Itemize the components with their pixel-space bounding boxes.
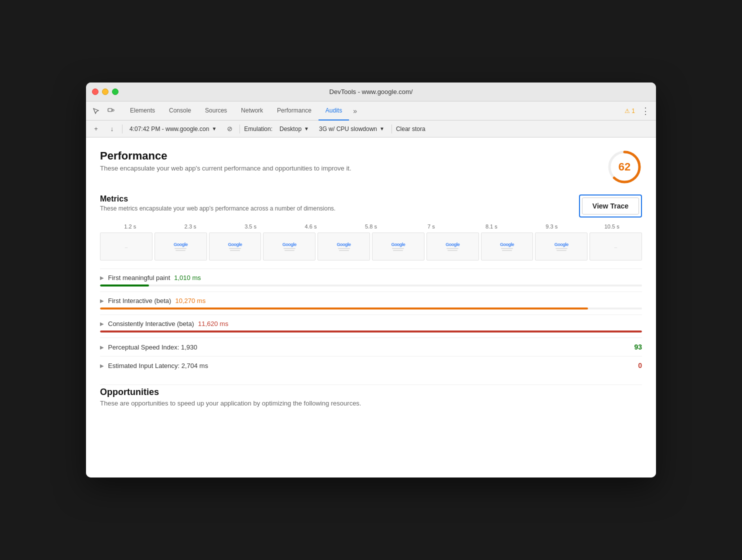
tab-right-controls: ⚠ 1 ⋮ — [624, 106, 652, 116]
metric-left-2: ▶ Consistently Interactive (beta) 11,620… — [100, 320, 228, 328]
view-trace-button[interactable]: View Trace — [582, 198, 639, 214]
tab-bar: Elements Console Sources Network Perform… — [86, 102, 656, 120]
more-menu-button[interactable]: ⋮ — [639, 106, 652, 116]
metric-name-0: First meaningful paint — [108, 274, 170, 282]
metrics-description: These metrics encapsulate your web app's… — [100, 205, 336, 212]
minimize-button[interactable] — [102, 88, 108, 95]
timeline: 1.2 s 2.3 s 3.5 s 4.6 s 5.8 s 7 s 8.1 s … — [100, 224, 642, 260]
metric-left-4: ▶ Estimated Input Latency: 2,704 ms — [100, 362, 208, 370]
view-trace-highlight: View Trace — [579, 194, 642, 218]
timeline-label-8: 10.5 s — [582, 224, 642, 230]
svg-rect-0 — [108, 108, 112, 112]
metric-arrow-0[interactable]: ▶ — [100, 275, 104, 280]
metric-row-2: ▶ Consistently Interactive (beta) 11,620… — [100, 314, 642, 338]
toolbar-divider-1 — [122, 124, 122, 134]
metric-left-3: ▶ Perceptual Speed Index: 1,930 — [100, 344, 198, 351]
progress-bar-1 — [100, 308, 588, 310]
add-button[interactable]: + — [90, 123, 102, 135]
metric-name-3: Perceptual Speed Index: 1,930 — [108, 344, 198, 351]
emulation-chevron-icon: ▼ — [304, 126, 309, 132]
toolbar-divider-3 — [392, 124, 392, 134]
performance-title: Performance — [100, 150, 352, 162]
progress-bar-2 — [100, 330, 642, 332]
chevron-down-icon: ▼ — [212, 126, 216, 132]
cursor-icon[interactable] — [90, 105, 102, 117]
window-title: DevTools - www.google.com/ — [330, 88, 413, 96]
timestamp-dropdown[interactable]: 4:07:42 PM - www.google.con ▼ — [126, 124, 220, 134]
title-bar: DevTools - www.google.com/ — [86, 82, 656, 102]
block-icon[interactable]: ⊘ — [224, 123, 236, 135]
metric-name-4: Estimated Input Latency: 2,704 ms — [108, 362, 208, 370]
timeline-labels: 1.2 s 2.3 s 3.5 s 4.6 s 5.8 s 7 s 8.1 s … — [100, 224, 642, 230]
metric-top-4: ▶ Estimated Input Latency: 2,704 ms 0 — [100, 362, 642, 370]
throttle-chevron-icon: ▼ — [380, 126, 384, 132]
section-divider — [100, 384, 642, 385]
thumb-7: Google — [481, 232, 534, 260]
warning-count: 1 — [632, 108, 635, 114]
metric-arrow-1[interactable]: ▶ — [100, 298, 104, 304]
metrics-header: Metrics These metrics encapsulate your w… — [100, 194, 642, 218]
metric-left-0: ▶ First meaningful paint 1,010 ms — [100, 274, 201, 282]
metrics-header-text: Metrics These metrics encapsulate your w… — [100, 194, 336, 212]
progress-container-0 — [100, 284, 642, 286]
tab-network[interactable]: Network — [234, 102, 270, 120]
clear-storage-label: Clear stora — [396, 126, 426, 132]
svg-rect-1 — [112, 110, 114, 111]
timeline-label-5: 7 s — [401, 224, 461, 230]
metric-arrow-2[interactable]: ▶ — [100, 321, 104, 326]
performance-description: These encapsulate your web app's current… — [100, 164, 352, 172]
metric-top-2: ▶ Consistently Interactive (beta) 11,620… — [100, 320, 642, 328]
thumb-8: Google — [535, 232, 588, 260]
metric-value-2: 11,620 ms — [198, 320, 228, 328]
thumb-9: ... — [590, 232, 642, 260]
thumb-5: Google — [372, 232, 424, 260]
throttle-dropdown[interactable]: 3G w/ CPU slowdown ▼ — [316, 124, 388, 134]
metric-row-0: ▶ First meaningful paint 1,010 ms — [100, 268, 642, 292]
timeline-label-7: 9.3 s — [522, 224, 582, 230]
download-button[interactable]: ↓ — [106, 123, 118, 135]
devtools-window: DevTools - www.google.com/ Elements Cons… — [86, 82, 656, 478]
metric-arrow-3[interactable]: ▶ — [100, 344, 104, 350]
tab-audits[interactable]: Audits — [318, 102, 349, 120]
metric-row-1: ▶ First Interactive (beta) 10,270 ms — [100, 292, 642, 314]
toolbar: + ↓ 4:07:42 PM - www.google.con ▼ ⊘ Emul… — [86, 120, 656, 138]
opportunities-description: These are opportunities to speed up your… — [100, 400, 642, 407]
metric-arrow-4[interactable]: ▶ — [100, 363, 104, 368]
metric-top-0: ▶ First meaningful paint 1,010 ms — [100, 274, 642, 282]
progress-container-2 — [100, 330, 642, 332]
device-icon[interactable] — [105, 105, 117, 117]
tab-toolbar-icons — [90, 105, 117, 117]
performance-score-circle: 62 — [607, 150, 642, 184]
metric-score-3: 93 — [634, 343, 642, 351]
progress-container-1 — [100, 308, 642, 310]
thumb-3: Google — [263, 232, 316, 260]
metric-row-4: ▶ Estimated Input Latency: 2,704 ms 0 — [100, 356, 642, 374]
thumb-4: Google — [318, 232, 370, 260]
metric-score-4: 0 — [638, 362, 642, 370]
performance-score: 62 — [618, 160, 630, 174]
tab-console[interactable]: Console — [162, 102, 198, 120]
thumb-6: Google — [426, 232, 479, 260]
timeline-label-4: 5.8 s — [341, 224, 401, 230]
metric-top-1: ▶ First Interactive (beta) 10,270 ms — [100, 297, 642, 304]
emulation-dropdown[interactable]: Desktop ▼ — [276, 124, 312, 134]
tab-sources[interactable]: Sources — [198, 102, 234, 120]
metrics-section: Metrics These metrics encapsulate your w… — [100, 194, 642, 374]
metric-name-1: First Interactive (beta) — [108, 297, 171, 304]
performance-header-text: Performance These encapsulate your web a… — [100, 150, 352, 172]
timeline-label-3: 4.6 s — [280, 224, 340, 230]
tab-performance[interactable]: Performance — [270, 102, 318, 120]
tab-elements[interactable]: Elements — [123, 102, 162, 120]
thumb-1: Google — [154, 232, 207, 260]
close-button[interactable] — [92, 88, 98, 95]
emulation-label: Emulation: — [244, 126, 272, 132]
metric-value-0: 1,010 ms — [174, 274, 200, 282]
thumb-0: ... — [100, 232, 152, 260]
more-tabs-button[interactable]: » — [349, 102, 361, 120]
warning-badge[interactable]: ⚠ 1 — [624, 108, 635, 114]
maximize-button[interactable] — [112, 88, 118, 95]
timeline-thumbnails: ... Google Google — [100, 232, 642, 260]
opportunities-title: Opportunities — [100, 387, 642, 398]
toolbar-divider-2 — [240, 124, 240, 134]
timeline-label-0: 1.2 s — [100, 224, 160, 230]
